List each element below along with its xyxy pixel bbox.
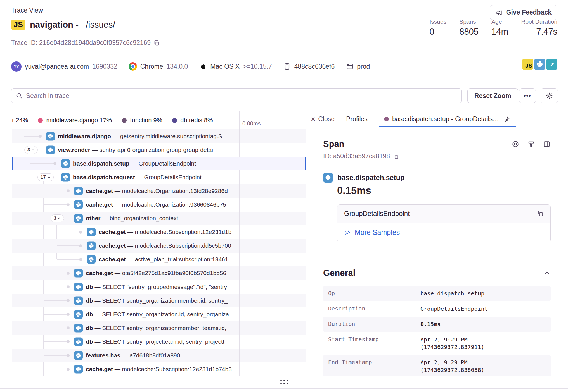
settings-button[interactable] — [541, 88, 558, 103]
span-row[interactable]: 3view.render — sentry-api-0-organization… — [12, 143, 306, 157]
trace-search — [11, 88, 462, 103]
span-row[interactable]: db — SELECT sentry_organization.id, sent… — [12, 307, 306, 321]
pin-tab-button[interactable] — [502, 115, 511, 124]
python-icon — [61, 173, 70, 181]
legend-item[interactable]: function 9% — [122, 117, 162, 124]
more-samples-link[interactable]: More Samples — [344, 228, 400, 236]
general-row-label: Start Timestamp — [328, 336, 420, 351]
profile-button[interactable] — [527, 140, 535, 148]
span-tools — [512, 140, 551, 148]
span-row[interactable]: cache.get — o:a5f42e275d1ac91fba90f0b570… — [12, 266, 306, 280]
general-row-label: Op — [328, 290, 420, 297]
span-row-label: db — SELECT sentry_organizationmember_te… — [86, 325, 238, 331]
general-row-label: End Timestamp — [328, 359, 420, 374]
python-icon — [74, 296, 83, 305]
span-row-label: cache.get — active_plan_trial:subscripti… — [99, 256, 238, 263]
stat-issues: Issues0 — [429, 18, 446, 37]
tab-profiles[interactable]: Profiles — [346, 115, 368, 123]
span-row[interactable]: cache.get — modelcache:Subscription:dd5c… — [12, 239, 306, 253]
tree-connector — [44, 287, 67, 287]
span-row[interactable]: middleware.django — getsentry.middleware… — [12, 129, 306, 143]
collapse-count-badge[interactable]: 3 — [51, 214, 64, 222]
span-row[interactable]: db — SELECT sentry_projectteam.id, sentr… — [12, 335, 306, 348]
tree-connector — [30, 163, 53, 164]
span-duration: 0.15ms — [337, 185, 551, 197]
give-feedback-button[interactable]: Give Feedback — [490, 5, 557, 20]
span-row-label: db — SELECT sentry_organizationmember.id… — [86, 297, 238, 304]
span-row[interactable]: db — SELECT "sentry_groupedmessage"."id"… — [12, 280, 306, 294]
panel-resize-handle[interactable] — [0, 376, 568, 389]
span-row[interactable]: base.dispatch.setup — GroupDetailsEndpoi… — [12, 157, 306, 170]
legend-item[interactable]: middleware.django 17% — [38, 117, 112, 124]
span-row[interactable]: 17base.dispatch.request — GroupDetailsEn… — [12, 170, 306, 184]
close-tab-button[interactable]: × Close — [311, 115, 335, 123]
span-row[interactable]: db — SELECT sentry_organizationmember.id… — [12, 294, 306, 307]
breadcrumb: Trace View — [11, 7, 43, 14]
span-row[interactable]: features.has — a7d618b8df01a890 — [12, 349, 306, 362]
stat-age: Age14m — [491, 18, 508, 37]
copy-icon[interactable] — [153, 40, 160, 46]
user-email: yuval@pangea-ai.com — [25, 63, 89, 70]
search-input[interactable] — [26, 92, 457, 100]
tree-connector-dot — [67, 203, 70, 206]
span-row-label: cache.get — o:a5f42e275d1ac91fba90f0b570… — [86, 270, 238, 276]
general-row-value: Apr 2, 9:29 PM(1743629372.838058) — [420, 359, 484, 374]
general-row-value: Apr 2, 9:29 PM(1743629372.837911) — [420, 336, 484, 351]
stat-label: Age — [491, 18, 508, 25]
trace-workspace: r 24%middleware.django 17%function 9%db.… — [0, 111, 568, 389]
chevron-up-icon[interactable] — [543, 269, 551, 277]
span-description: GroupDetailsEndpoint — [344, 210, 410, 217]
tree-connector — [44, 328, 67, 328]
reset-zoom-button[interactable]: Reset Zoom — [467, 88, 518, 103]
collapse-count-badge[interactable]: 17 — [37, 173, 54, 181]
python-icon — [74, 200, 83, 209]
span-row[interactable]: cache.get — active_plan_trial:subscripti… — [12, 253, 306, 266]
span-row[interactable]: 3other — bind_organization_context — [12, 212, 306, 225]
more-options-button[interactable]: ••• — [519, 88, 536, 103]
layout-button[interactable] — [543, 140, 551, 148]
span-row[interactable]: cache.get — modelcache:Organization:9366… — [12, 198, 306, 211]
span-row[interactable]: cache.get — modelcache:Organization:13fd… — [12, 184, 306, 198]
span-row[interactable]: cache.get — modelcache:Subscription:12e2… — [12, 225, 306, 239]
span-row[interactable]: cache.get — modelcache:Subscription:12e2… — [12, 362, 306, 376]
stat-value: 7.47s — [521, 27, 557, 37]
span-description-card: GroupDetailsEndpoint More Samples — [337, 204, 551, 242]
python-icon — [74, 187, 83, 195]
span-row-label: features.has — a7d618b8df01a890 — [86, 352, 238, 359]
legend-item[interactable]: db.redis 8% — [172, 117, 213, 124]
span-row-label: cache.get — modelcache:Organization:13fd… — [86, 188, 238, 194]
tab-span-details[interactable]: base.dispatch.setup - GroupDetails… — [379, 111, 516, 127]
samples-scatter-icon — [344, 229, 351, 236]
general-row: Opbase.dispatch.setup — [323, 286, 551, 301]
apple-icon — [199, 63, 207, 70]
os-name: Mac OS X — [210, 63, 240, 70]
tree-connector — [57, 259, 79, 260]
python-icon — [87, 228, 96, 236]
focus-span-button[interactable] — [512, 140, 519, 148]
span-row-label: cache.get — modelcache:Organization:9366… — [86, 201, 238, 208]
copy-icon[interactable] — [393, 153, 399, 159]
pin-icon — [503, 116, 510, 123]
collapse-count-badge[interactable]: 3 — [24, 146, 38, 154]
span-row-label: base.dispatch.request — GroupDetailsEndp… — [73, 174, 238, 181]
span-detail-content: Span ID: a50d33a597ca8198 — [306, 139, 568, 376]
window-icon — [346, 63, 354, 70]
target-icon — [512, 140, 519, 148]
user-chip[interactable]: YY yuval@pangea-ai.com 1690332 — [11, 61, 117, 72]
legend-item[interactable]: r 24% — [12, 117, 28, 124]
span-row[interactable]: db — SELECT sentry_organizationmember_te… — [12, 321, 306, 335]
general-row-label: Duration — [328, 321, 420, 328]
tree-connector-dot — [67, 354, 70, 357]
tree-connector — [44, 355, 67, 356]
tree-connector — [44, 273, 67, 273]
span-tree-panel: r 24%middleware.django 17%function 9%db.… — [12, 111, 306, 376]
page-title: JS navigation - /issues/ — [11, 20, 115, 30]
tree-connector — [44, 341, 67, 342]
tree-connector — [57, 232, 79, 232]
tree-connector — [44, 300, 67, 301]
environment: prod — [357, 63, 370, 70]
python-icon — [87, 242, 96, 250]
python-icon — [74, 283, 83, 291]
python-icon — [74, 351, 83, 360]
copy-icon[interactable] — [537, 210, 544, 217]
